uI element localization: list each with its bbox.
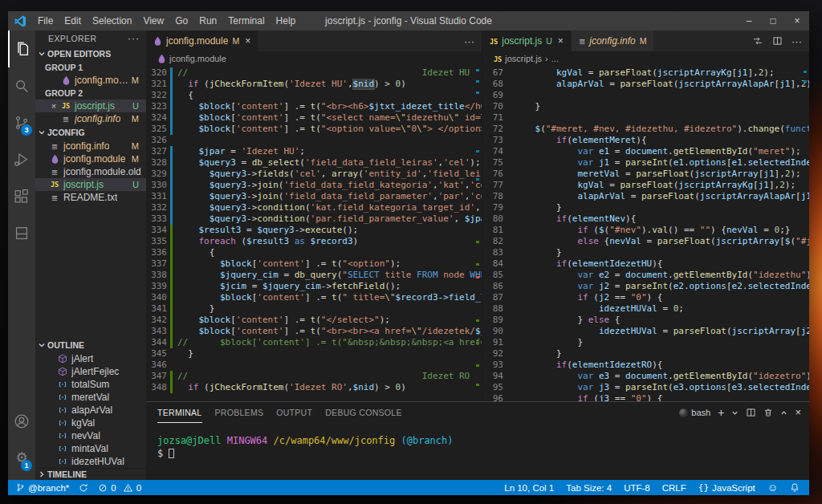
menu-help[interactable]: Help — [271, 11, 302, 30]
file-item-joscript-js[interactable]: JSjoscript.jsU — [35, 178, 146, 191]
activitybar-accounts[interactable] — [8, 403, 35, 440]
outline-item-alaparval[interactable]: alapArVal — [35, 404, 146, 417]
menu-edit[interactable]: Edit — [59, 11, 87, 30]
close-icon[interactable]: × — [795, 407, 801, 418]
activitybar-explorer[interactable] — [8, 30, 35, 67]
activitybar-remote-explorer[interactable] — [8, 215, 35, 252]
activitybar-settings[interactable]: ⚙1 — [8, 440, 35, 477]
outline-item-meretval[interactable]: meretVal — [35, 391, 146, 404]
editor-right-code[interactable]: 67 kgVal = parseFloat(jscriptArrayKg[j1]… — [482, 66, 809, 401]
menu-run[interactable]: Run — [193, 11, 222, 30]
line-number: 75 — [482, 157, 503, 169]
menu-terminal[interactable]: Terminal — [222, 11, 270, 30]
activitybar-source-control[interactable]: 3 — [8, 104, 35, 141]
feedback-button[interactable]: ☺ — [767, 482, 778, 493]
activitybar-search[interactable] — [8, 67, 35, 104]
panel-tab-debug-console[interactable]: DEBUG CONSOLE — [325, 402, 402, 423]
tab-bar-left: jconfig.moduleM×··· — [146, 30, 482, 51]
more-icon[interactable]: ··· — [791, 35, 802, 47]
close-icon[interactable]: × — [48, 101, 59, 111]
cursor-position[interactable]: Ln 10, Col 1 — [504, 483, 554, 493]
encoding-setting[interactable]: UTF-8 — [624, 483, 650, 493]
file-item-jconfig-info[interactable]: ≣jconfig.infoM — [35, 112, 146, 125]
more-actions-icon[interactable]: ··· — [128, 33, 140, 44]
chevron-down-icon[interactable] — [731, 409, 739, 417]
git-branch-status[interactable]: @branch* — [16, 482, 69, 493]
breadcrumb-left[interactable]: jconfig.module — [146, 51, 482, 66]
symbol-variable-icon — [56, 444, 69, 453]
outline-item-kgval[interactable]: kgVal — [35, 417, 146, 429]
minimize-button[interactable]: – — [737, 11, 761, 30]
code-line: 93 if(elementIdezetRO){ — [482, 360, 809, 371]
accounts-icon — [13, 413, 31, 430]
file-item-jconfig-module-old[interactable]: ≣jconfig.module.old — [35, 165, 146, 178]
menu-view[interactable]: View — [137, 11, 169, 30]
code-line: 343 $block['content'] .= t("<br><br><a h… — [146, 326, 482, 337]
activitybar-extensions[interactable] — [8, 178, 35, 215]
problems-status[interactable]: 0 0 — [98, 483, 141, 493]
outline-item-idezethuval[interactable]: idezetHUVal — [35, 455, 146, 468]
js-file-icon: JS — [494, 54, 502, 63]
timeline-header[interactable]: TIMELINE — [35, 468, 146, 480]
file-item-jconfig-mod-[interactable]: jconfig.mod...M — [35, 74, 146, 87]
code-text: { — [173, 90, 193, 101]
activity-bar: 3⚙1 — [8, 30, 35, 480]
breadcrumb-item[interactable]: joscript.js — [505, 54, 542, 63]
menu-go[interactable]: Go — [169, 11, 193, 30]
outline-item-jalert[interactable]: jAlert — [35, 352, 146, 365]
split-panel-icon[interactable] — [746, 408, 756, 417]
file-item-jconfig-module[interactable]: jconfig.moduleM — [35, 152, 146, 165]
code-text: if(elementNev){ — [509, 213, 636, 225]
close-icon[interactable]: × — [245, 35, 250, 47]
code-line: 82 else {nevVal = parseFloat(jscriptArra… — [482, 236, 809, 247]
close-icon[interactable]: × — [558, 35, 564, 47]
shell-selector[interactable]: bash — [679, 408, 710, 417]
outline-item-mintaval[interactable]: mintaVal — [35, 442, 146, 455]
breadcrumb-item[interactable]: ... — [551, 54, 559, 63]
tab-joscript-js[interactable]: JSjoscript.jsU× — [482, 30, 572, 51]
new-terminal-icon[interactable]: + — [718, 407, 724, 419]
eol-setting[interactable]: CRLF — [662, 483, 686, 493]
outline-item-jalertfejlec[interactable]: jAlertFejlec — [35, 365, 146, 378]
file-item-readme-txt[interactable]: ≣README.txt — [35, 191, 146, 204]
git-status-badge: M — [640, 36, 647, 46]
notifications-button[interactable] — [790, 482, 800, 493]
open-changes-icon[interactable] — [752, 36, 763, 46]
outline-item-totalsum[interactable]: totalSum — [35, 378, 146, 391]
activitybar-run-and-debug[interactable] — [8, 141, 35, 178]
tab-label: joscript.js — [502, 35, 542, 47]
trash-icon[interactable] — [763, 408, 773, 417]
language-mode[interactable]: {} JavaScript — [698, 482, 755, 493]
folder-header-jconfig[interactable]: JCONFIG — [35, 125, 146, 140]
tab-jconfig-module[interactable]: jconfig.moduleM× — [146, 30, 258, 51]
tab-jconfig-info[interactable]: ≣jconfig.infoM — [572, 30, 655, 51]
code-line: 84 if(elementIdezetHU){ — [482, 258, 809, 270]
outline-header[interactable]: OUTLINE — [35, 338, 146, 352]
tab-bar-right: JSjoscript.jsU×≣jconfig.infoM··· — [482, 30, 809, 51]
panel-tab-problems[interactable]: PROBLEMS — [215, 402, 264, 423]
line-number: 77 — [482, 180, 503, 191]
chevron-up-icon[interactable] — [780, 409, 787, 417]
code-line: 326 — [146, 135, 482, 146]
line-number: 348 — [146, 382, 167, 393]
open-editors-header[interactable]: OPEN EDITORS — [35, 47, 146, 61]
code-line: 344// $block['content'] .= t("&nbsp;&nbs… — [146, 337, 482, 348]
menu-file[interactable]: File — [32, 11, 59, 30]
breadcrumb-item[interactable]: jconfig.module — [169, 54, 226, 63]
close-button[interactable]: × — [785, 11, 809, 30]
terminal-content[interactable]: jozsa@jDell MINGW64 /c/wamp64/www/jconfi… — [146, 423, 809, 460]
more-icon[interactable]: ··· — [464, 35, 474, 47]
split-editor-icon[interactable] — [772, 36, 783, 46]
file-item-jconfig-info[interactable]: ≣jconfig.infoM — [35, 140, 146, 152]
outline-label: kgVal — [71, 417, 95, 429]
panel-tab-terminal[interactable]: TERMINAL — [157, 402, 202, 423]
panel-tab-output[interactable]: OUTPUT — [276, 402, 312, 423]
sync-status[interactable] — [79, 483, 88, 493]
breadcrumb-right[interactable]: JSjoscript.js›... — [482, 51, 809, 66]
file-item-joscript-js[interactable]: ×JSjoscript.jsU — [35, 100, 146, 112]
editor-left-code[interactable]: 320// Idezet HU321 if (jCheckFormItem('I… — [146, 66, 482, 401]
maximize-button[interactable]: □ — [761, 11, 785, 30]
indentation-setting[interactable]: Tab Size: 4 — [566, 483, 612, 493]
outline-item-nevval[interactable]: nevVal — [35, 429, 146, 442]
menu-selection[interactable]: Selection — [87, 11, 137, 30]
